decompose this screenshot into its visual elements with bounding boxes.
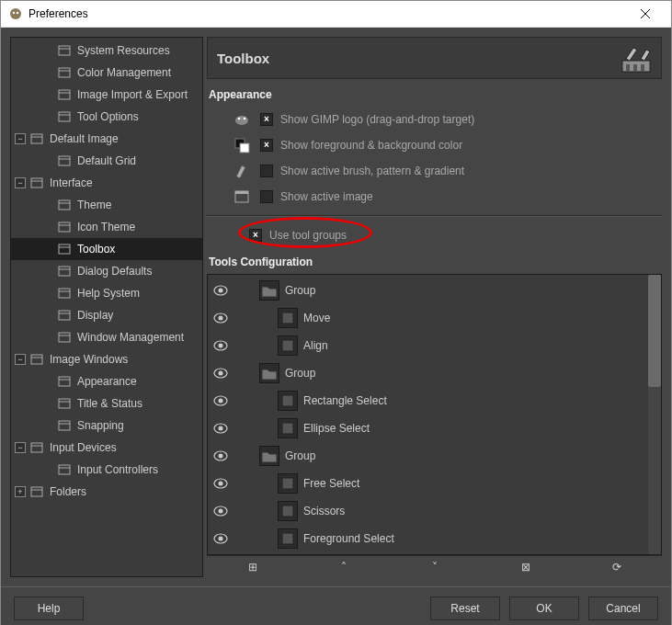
svg-point-83 [219,537,223,541]
visibility-eye-icon[interactable] [208,478,233,489]
tool-label: Group [285,449,315,462]
sidebar-item-interface[interactable]: −Interface [11,172,202,194]
sidebar-item-default-image[interactable]: −Default Image [11,128,202,150]
svg-point-69 [219,399,223,403]
tool-label: Move [303,312,330,324]
sidebar-item-icon [57,264,72,278]
option-checkbox[interactable]: × [260,113,273,126]
collapse-icon[interactable]: − [15,177,26,188]
toolbox-panel: Toolbox Appearance ×Show GIMP logo (drag… [207,37,662,577]
sidebar-item-label: System Resources [77,44,170,57]
tools-scrollbar[interactable] [648,275,661,554]
option-checkbox[interactable]: × [260,139,273,152]
svg-rect-29 [59,311,70,320]
visibility-eye-icon[interactable] [208,450,233,461]
tool-group-row[interactable]: Group [208,442,648,470]
sidebar-item-system-resources[interactable]: System Resources [11,40,202,62]
preferences-window: Preferences System ResourcesColor Manage… [0,0,672,625]
tool-row[interactable]: Foreground Select [208,525,648,552]
visibility-eye-icon[interactable] [208,533,233,544]
move-down-button[interactable]: ˅ [416,559,453,575]
close-button[interactable] [627,1,664,27]
tools-toolbar: ⊞ ˄ ˅ ⊠ ⟳ [207,555,662,577]
tool-label: Group [285,367,315,380]
tool-label: Rectangle Select [303,394,387,407]
sidebar-item-toolbox[interactable]: Toolbox [11,238,202,260]
sidebar-item-image-windows[interactable]: −Image Windows [11,348,202,370]
use-tool-groups-checkbox[interactable]: × [249,229,262,242]
scrollbar-thumb[interactable] [648,275,661,387]
visibility-eye-icon[interactable] [208,506,233,517]
tool-label: Group [285,284,315,297]
svg-point-0 [10,8,21,19]
sidebar-item-dialog-defaults[interactable]: Dialog Defaults [11,260,202,282]
collapse-icon[interactable]: − [15,442,26,453]
collapse-icon[interactable]: − [15,354,26,365]
visibility-eye-icon[interactable] [208,312,233,324]
svg-point-52 [238,118,241,120]
sidebar-item-color-management[interactable]: Color Management [11,62,202,84]
sidebar-item-display[interactable]: Display [11,304,202,326]
visibility-eye-icon[interactable] [208,423,233,434]
sidebar-item-label: Folders [50,485,86,498]
help-button[interactable]: Help [14,597,84,620]
tools-config-title: Tools Configuration [209,256,662,268]
svg-rect-41 [31,443,42,452]
tool-group-row[interactable]: Group [208,277,648,304]
appearance-option-row: ×Show GIMP logo (drag-and-drop target) [207,107,662,132]
cancel-button[interactable]: Cancel [588,597,658,620]
tool-row[interactable]: Free Select [208,470,648,497]
expand-icon[interactable]: + [15,486,26,497]
sidebar-item-tool-options[interactable]: Tool Options [11,106,202,128]
sidebar-item-help-system[interactable]: Help System [11,282,202,304]
sidebar-item-theme[interactable]: Theme [11,194,202,216]
visibility-eye-icon[interactable] [208,368,233,379]
tool-icon [278,473,298,494]
reset-button[interactable]: Reset [430,597,500,620]
footer: Help Reset OK Cancel [1,586,671,625]
sidebar-item-icon-theme[interactable]: Icon Theme [11,216,202,238]
tool-row[interactable]: Rectangle Select [208,387,648,415]
svg-rect-13 [31,134,42,143]
move-up-button[interactable]: ˄ [325,559,362,575]
tool-row[interactable]: Move [208,304,648,332]
sidebar-item-input-controllers[interactable]: Input Controllers [11,459,202,481]
sidebar-item-icon [57,374,72,389]
preferences-tree[interactable]: System ResourcesColor ManagementImage Im… [11,38,202,505]
tools-list[interactable]: GroupMoveAlignGroupRectangle SelectEllip… [208,275,648,554]
folder-icon [259,446,279,466]
delete-button[interactable]: ⊠ [507,559,544,575]
svg-rect-33 [31,355,42,364]
sidebar-item-default-grid[interactable]: Default Grid [11,150,202,172]
tool-row[interactable]: Align [208,332,648,359]
option-icon [233,162,251,180]
ok-button[interactable]: OK [509,597,579,620]
collapse-icon[interactable]: − [15,133,26,144]
sidebar-item-appearance[interactable]: Appearance [11,370,202,392]
svg-rect-62 [282,312,293,324]
sidebar-item-snapping[interactable]: Snapping [11,415,202,437]
tool-group-row[interactable]: Group [208,359,648,387]
tree-spacer [42,398,53,409]
svg-rect-7 [59,68,70,77]
sidebar-item-folders[interactable]: +Folders [11,481,202,503]
sidebar-item-window-management[interactable]: Window Management [11,326,202,348]
sidebar-item-icon [57,109,72,124]
option-checkbox[interactable] [260,190,273,203]
tool-label: Ellipse Select [303,422,370,435]
tree-spacer [42,45,53,56]
tool-row[interactable]: Ellipse Select [208,415,648,442]
svg-rect-48 [626,64,630,72]
sidebar-item-title-status[interactable]: Title & Status [11,392,202,415]
option-checkbox[interactable] [260,165,273,177]
new-group-button[interactable]: ⊞ [234,559,271,575]
tool-row[interactable]: Scissors [208,497,648,525]
visibility-eye-icon[interactable] [208,395,233,406]
sidebar-item-input-devices[interactable]: −Input Devices [11,437,202,459]
svg-rect-5 [59,46,70,55]
visibility-eye-icon[interactable] [208,340,233,351]
visibility-eye-icon[interactable] [208,285,233,296]
tree-spacer [42,310,53,321]
sidebar-item-image-import-export[interactable]: Image Import & Export [11,84,202,106]
reset-tools-button[interactable]: ⟳ [598,559,635,575]
